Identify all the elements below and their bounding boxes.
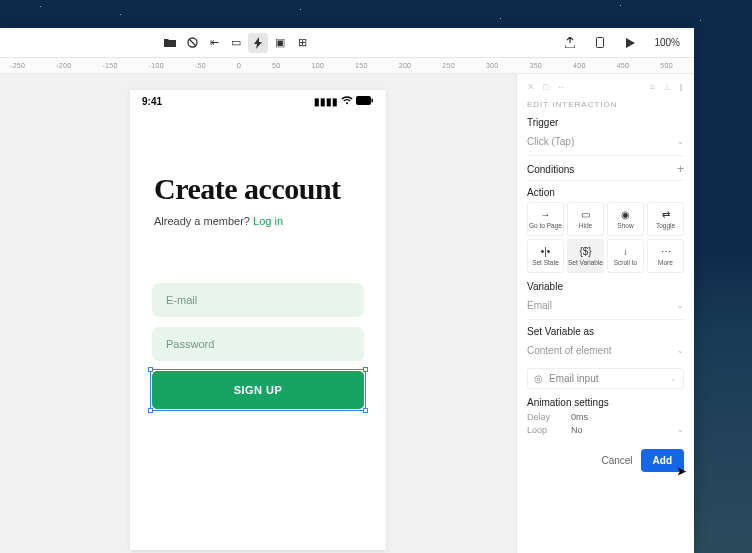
cancel-button[interactable]: Cancel: [601, 455, 632, 466]
chevron-down-icon: ⌄: [677, 346, 684, 355]
scroll-icon: ↓: [623, 247, 628, 257]
conditions-label: Conditions: [527, 164, 574, 175]
action-label: Action: [527, 187, 684, 198]
canvas[interactable]: 9:41 ▮▮▮▮ Create account Already a membe…: [0, 74, 516, 553]
add-button[interactable]: Add ➤: [641, 449, 684, 472]
svg-rect-3: [372, 99, 374, 103]
page-title: Create account: [130, 113, 386, 209]
device-icon[interactable]: [590, 33, 610, 53]
state-icon: •|•: [541, 247, 551, 257]
horizontal-ruler: -250-200-150-100-50050100150200250300350…: [0, 58, 694, 74]
zoom-level[interactable]: 100%: [650, 37, 684, 48]
setvar-select[interactable]: Content of element⌄: [527, 341, 684, 364]
play-icon[interactable]: [620, 33, 640, 53]
toggle-icon: ⇄: [662, 210, 670, 220]
variable-icon: {$}: [579, 247, 591, 257]
layers-icon[interactable]: ▣: [270, 33, 290, 53]
interactions-icon[interactable]: [248, 33, 268, 53]
distribute-icon[interactable]: ▭: [226, 33, 246, 53]
loop-label: Loop: [527, 425, 571, 435]
target-icon: ◎: [534, 373, 543, 384]
arrow-right-icon: →: [541, 210, 551, 220]
panel-mini-tools: ✕□↔≡⊥⫿: [527, 82, 684, 92]
animation-label: Animation settings: [527, 397, 684, 408]
folder-icon[interactable]: [160, 33, 180, 53]
variable-label: Variable: [527, 281, 684, 292]
add-condition-button[interactable]: +: [677, 162, 684, 176]
action-more[interactable]: ⋯More: [647, 239, 684, 273]
app-window: ⇤ ▭ ▣ ⊞ 100% -250-200-150-100-5005010015…: [0, 28, 694, 553]
email-field[interactable]: E-mail: [152, 283, 364, 317]
device-status-bar: 9:41 ▮▮▮▮: [130, 90, 386, 113]
device-time: 9:41: [142, 96, 162, 107]
delay-input[interactable]: 0ms: [571, 412, 684, 422]
panel-header: EDIT INTERACTION: [527, 100, 684, 109]
element-picker[interactable]: ◎ Email input ⌄: [527, 368, 684, 389]
top-toolbar: ⇤ ▭ ▣ ⊞ 100%: [0, 28, 694, 58]
chevron-down-icon: ⌄: [677, 301, 684, 310]
wifi-icon: [341, 96, 353, 107]
variable-select[interactable]: Email⌄: [527, 296, 684, 320]
password-field[interactable]: Password: [152, 327, 364, 361]
trigger-select[interactable]: Click (Tap)⌄: [527, 132, 684, 156]
action-set-variable[interactable]: {$}Set Variable: [567, 239, 604, 273]
chevron-down-icon: ⌄: [677, 425, 684, 435]
action-hide[interactable]: ▭Hide: [567, 202, 604, 236]
setvar-label: Set Variable as: [527, 326, 684, 337]
action-show[interactable]: ◉Show: [607, 202, 644, 236]
action-scroll-to[interactable]: ↓Scroll to: [607, 239, 644, 273]
grid-icon[interactable]: ⊞: [292, 33, 312, 53]
cursor-icon: ➤: [677, 465, 686, 478]
action-grid: →Go to Page ▭Hide ◉Show ⇄Toggle •|•Set S…: [527, 202, 684, 273]
trigger-label: Trigger: [527, 117, 684, 128]
more-icon: ⋯: [661, 247, 671, 257]
component-icon[interactable]: [182, 33, 202, 53]
action-go-to-page[interactable]: →Go to Page: [527, 202, 564, 236]
subtitle: Already a member? Log in: [130, 209, 386, 227]
delay-label: Delay: [527, 412, 571, 422]
artboard-mobile[interactable]: 9:41 ▮▮▮▮ Create account Already a membe…: [130, 90, 386, 550]
signup-button[interactable]: SIGN UP: [152, 371, 364, 409]
login-link[interactable]: Log in: [253, 215, 283, 227]
inspector-panel: ✕□↔≡⊥⫿ EDIT INTERACTION Trigger Click (T…: [516, 74, 694, 553]
action-toggle[interactable]: ⇄Toggle: [647, 202, 684, 236]
hide-icon: ▭: [581, 210, 590, 220]
action-set-state[interactable]: •|•Set State: [527, 239, 564, 273]
align-icon[interactable]: ⇤: [204, 33, 224, 53]
svg-rect-2: [356, 96, 371, 105]
chevron-down-icon: ⌄: [670, 374, 677, 383]
svg-rect-1: [597, 38, 604, 48]
signal-icon: ▮▮▮▮: [314, 96, 338, 107]
export-icon[interactable]: [560, 33, 580, 53]
chevron-down-icon: ⌄: [677, 137, 684, 146]
loop-select[interactable]: No⌄: [571, 425, 684, 435]
battery-icon: [356, 96, 374, 107]
eye-icon: ◉: [621, 210, 630, 220]
